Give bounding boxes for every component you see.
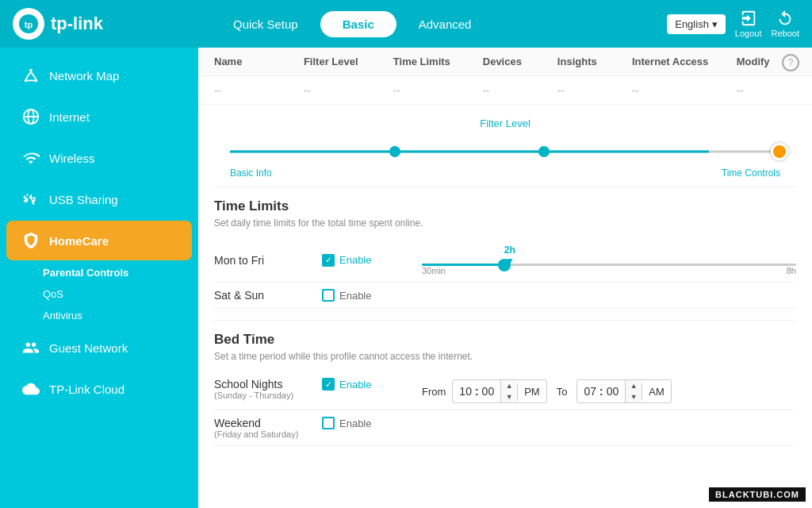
filter-thumb-end[interactable] — [771, 143, 788, 160]
bed-row-weekend: Weekend (Friday and Saturday) Enable — [214, 410, 796, 446]
cell-devices: -- — [483, 84, 557, 96]
sidebar-label-internet: Internet — [49, 110, 90, 124]
enable-check-school[interactable]: Enable — [322, 378, 409, 391]
to-down-spinner[interactable]: ▼ — [626, 391, 642, 402]
filter-level-label: Filter Level — [214, 117, 796, 129]
sidebar-sub-label-antivirus: Antivirus — [43, 310, 82, 321]
bed-time-title: Bed Time — [214, 332, 796, 348]
bed-time-section: Bed Time Set a time period while this pr… — [198, 321, 812, 457]
slider-range-mon-fri: 30min 8h — [422, 266, 796, 275]
enable-check-weekend[interactable]: Enable — [322, 417, 409, 429]
filter-track — [230, 136, 780, 167]
content-area: Name Filter Level Time Limits Devices In… — [198, 48, 812, 508]
logout-button[interactable]: Logout — [735, 10, 762, 38]
cell-internet: -- — [632, 84, 737, 96]
filter-start-label: Basic Info — [230, 167, 272, 179]
sidebar-label-guest-network: Guest Network — [49, 341, 128, 355]
bed-time-desc: Set a time period while this profile can… — [214, 351, 796, 362]
filter-fill — [230, 151, 709, 153]
from-time-digits: 10 : 00 — [453, 383, 500, 400]
col-name: Name — [214, 56, 304, 67]
to-min: 00 — [607, 385, 619, 398]
col-insights: Insights — [557, 56, 632, 67]
time-row-label-mon-fri: Mon to Fri — [214, 254, 309, 267]
language-value: English — [675, 18, 709, 30]
to-hour: 07 — [584, 385, 596, 398]
table-header: Name Filter Level Time Limits Devices In… — [198, 48, 812, 76]
watermark: BLACKTUBI.COM — [709, 487, 806, 502]
nav-tabs: Quick Setup Basic Advanced — [211, 11, 667, 37]
logo: tp tp-link — [13, 8, 211, 40]
sidebar-label-usb-sharing: USB Sharing — [49, 193, 118, 206]
checkbox-weekend[interactable] — [322, 417, 335, 429]
sidebar-item-homecare[interactable]: HomeCare — [6, 221, 192, 260]
time-inputs-school: From 10 : 00 ▲ ▼ PM — [422, 379, 672, 403]
slider-track-mon-fri[interactable] — [422, 264, 796, 266]
top-right: English ▾ Logout Reboot — [667, 10, 799, 38]
enable-label-weekend: Enable — [339, 418, 371, 429]
filter-thumb-start[interactable] — [389, 146, 400, 157]
slider-wrapper-mon-fri: 2h ▼ 30min 8h — [422, 244, 796, 275]
svg-text:tp: tp — [25, 20, 33, 29]
svg-point-2 — [29, 69, 33, 72]
from-ampm: PM — [517, 383, 546, 400]
table-section: Name Filter Level Time Limits Devices In… — [198, 48, 812, 105]
svg-line-5 — [26, 71, 31, 79]
bed-label-weekend-main: Weekend — [214, 417, 309, 429]
to-up-spinner[interactable]: ▲ — [626, 380, 642, 391]
help-icon[interactable]: ? — [782, 54, 799, 71]
sidebar-sub-parental-controls[interactable]: Parental Controls — [0, 262, 198, 283]
sidebar-item-network-map[interactable]: Network Map — [6, 56, 192, 95]
reboot-button[interactable]: Reboot — [772, 10, 799, 38]
time-row-label-sat-sun: Sat & Sun — [214, 289, 309, 302]
col-devices: Devices — [483, 56, 557, 67]
bed-label-school-main: School Nights — [214, 378, 309, 391]
checkbox-school[interactable] — [322, 378, 335, 391]
checkbox-mon-fri[interactable] — [322, 254, 335, 267]
sidebar-item-usb-sharing[interactable]: USB Sharing — [6, 179, 192, 219]
sidebar-item-tp-link-cloud[interactable]: TP-Link Cloud — [6, 369, 192, 409]
sidebar-sub-label-qos: QoS — [43, 288, 63, 300]
chevron-down-icon: ▾ — [712, 18, 718, 30]
enable-check-mon-fri[interactable]: Enable — [322, 254, 409, 267]
sidebar-item-wireless[interactable]: Wireless — [6, 138, 192, 178]
from-time-input[interactable]: 10 : 00 ▲ ▼ PM — [452, 379, 546, 403]
enable-label-mon-fri: Enable — [339, 254, 371, 266]
time-limits-section: Time Limits Set daily time limits for th… — [198, 187, 812, 320]
svg-line-6 — [31, 71, 36, 79]
bed-label-weekend-sub: (Friday and Saturday) — [214, 429, 309, 439]
time-colon-1: : — [475, 385, 479, 398]
sidebar-label-homecare: HomeCare — [49, 234, 109, 248]
topbar: tp tp-link Quick Setup Basic Advanced En… — [0, 0, 812, 48]
language-selector[interactable]: English ▾ — [667, 14, 726, 34]
logo-text: tp-link — [51, 13, 103, 34]
enable-label-school: Enable — [339, 379, 371, 391]
sidebar-sub-antivirus[interactable]: Antivirus — [0, 305, 198, 326]
tab-quick-setup[interactable]: Quick Setup — [211, 11, 320, 37]
cell-insights: -- — [557, 84, 632, 96]
col-filter-level: Filter Level — [304, 56, 393, 67]
to-label: To — [553, 386, 571, 398]
from-down-spinner[interactable]: ▼ — [501, 391, 517, 402]
slider-fill-mon-fri — [422, 264, 504, 266]
filter-end-label: Time Controls — [722, 167, 780, 179]
tab-advanced[interactable]: Advanced — [396, 11, 494, 37]
col-time-limits: Time Limits — [393, 56, 483, 67]
filter-level-section: Filter Level Basic Info Time Controls — [198, 105, 812, 187]
from-up-spinner[interactable]: ▲ — [501, 380, 517, 391]
sidebar-sub-qos[interactable]: QoS — [0, 283, 198, 305]
sidebar-item-internet[interactable]: Internet — [6, 97, 192, 137]
logo-icon: tp — [13, 8, 44, 40]
enable-check-sat-sun[interactable]: Enable — [322, 289, 409, 302]
from-label: From — [422, 386, 446, 398]
slider-thumb-mon-fri[interactable] — [498, 259, 511, 271]
checkbox-sat-sun[interactable] — [322, 289, 335, 302]
sidebar-label-wireless: Wireless — [49, 152, 95, 165]
sidebar-item-guest-network[interactable]: Guest Network — [6, 328, 192, 368]
from-spinners: ▲ ▼ — [500, 380, 517, 402]
cell-name: -- — [214, 84, 304, 96]
to-time-input[interactable]: 07 : 00 ▲ ▼ AM — [576, 379, 671, 403]
bed-label-weekend: Weekend (Friday and Saturday) — [214, 417, 309, 439]
tab-basic[interactable]: Basic — [320, 11, 396, 37]
filter-thumb-mid[interactable] — [538, 146, 550, 157]
